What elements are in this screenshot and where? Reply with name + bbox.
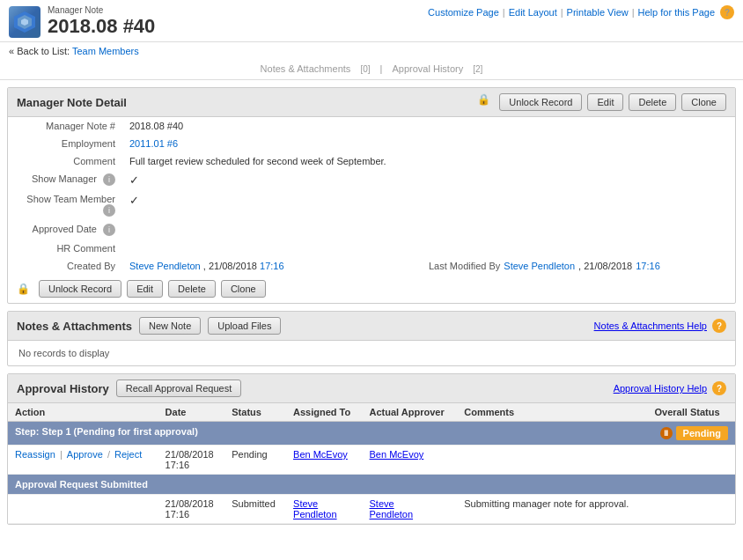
reject-link[interactable]: Reject [114,449,142,460]
field-show-manager: Show Manager i ✓ [8,170,735,190]
edit-layout-link[interactable]: Edit Layout [509,7,557,18]
detail-table: Manager Note # 2018.08 #40 Employment 20… [8,117,735,275]
last-modified-label: Last Modified By [429,261,500,271]
comment-label: Comment [8,152,122,170]
employment-link[interactable]: 2011.01 #6 [129,138,178,149]
help-icon[interactable]: ? [720,5,734,19]
recall-approval-button[interactable]: Recall Approval Request [116,379,241,397]
col-actual-approver: Actual Approver [363,403,458,422]
detail-section-title: Manager Note Detail [17,96,127,109]
approval-table-header: Action Date Status Assigned To Actual Ap… [8,403,735,422]
page-title: 2018.08 #40 [48,15,155,38]
col-date: Date [158,403,225,422]
unlock-record-button-bottom[interactable]: Unlock Record [39,280,121,298]
hr-comment-label: HR Comment [8,239,122,257]
tab-notes-attachments[interactable]: Notes & Attachments [0] [257,63,377,74]
field-manager-note: Manager Note # 2018.08 #40 [8,117,735,135]
top-header: Manager Note 2018.08 #40 Customize Page … [0,0,743,42]
breadcrumb: « Back to List: Team Members [0,42,743,60]
show-manager-check: ✓ [129,173,139,187]
submitted-actual-approver: StevePendleton [363,495,458,524]
created-by-label: Created By [8,257,122,275]
show-team-member-label: Show Team Member [26,194,115,204]
approval-help-link[interactable]: Approval History Help [614,383,707,394]
help-link[interactable]: Help for this Page [638,7,715,18]
submitted-action [8,495,158,524]
show-team-member-check: ✓ [129,194,139,207]
actual-approver-link[interactable]: Ben McEvoy [370,449,424,460]
step1-date: 21/08/201817:16 [158,446,225,475]
lock-icon-bottom: 🔒 [17,283,30,295]
detail-section-header: Manager Note Detail 🔒 Unlock Record Edit… [8,88,735,117]
detail-bottom-actions: 🔒 Unlock Record Edit Delete Clone [8,275,735,303]
col-action: Action [8,403,158,422]
delete-button-top[interactable]: Delete [629,93,676,111]
edit-button-bottom[interactable]: Edit [127,280,163,298]
submitted-status: Submitted [224,495,286,524]
page-subtitle: Manager Note [48,5,155,15]
step1-comments [457,446,647,475]
step1-actual-approver: Ben McEvoy [363,446,458,475]
col-comments: Comments [457,403,647,422]
submitted-date: 21/08/201817:16 [158,495,225,524]
approval-history-section: Approval History Recall Approval Request… [7,373,736,525]
upload-files-button[interactable]: Upload Files [208,317,281,335]
step1-status-badge: Pending [676,426,728,440]
employment-label: Employment [8,135,122,152]
created-by-link[interactable]: Steve Pendleton [129,261,201,271]
step1-overall-status [648,446,735,475]
approval-header: Approval History Recall Approval Request… [8,374,735,403]
field-approved-date: Approved Date i [8,220,735,239]
submitted-approver-link[interactable]: StevePendleton [370,498,414,519]
assigned-to-link[interactable]: Ben McEvoy [293,449,348,460]
last-modified-link[interactable]: Steve Pendleton [504,261,575,271]
approval-help-icon[interactable]: ? [712,381,726,395]
notes-help-link[interactable]: Notes & Attachments Help [594,321,707,331]
notes-header: Notes & Attachments New Note Upload File… [8,312,735,341]
field-employment: Employment 2011.01 #6 [8,135,735,152]
approve-link[interactable]: Approve [67,449,103,460]
col-assigned-to: Assigned To [286,403,362,422]
clone-button-bottom[interactable]: Clone [221,280,266,298]
field-comment: Comment Full target review scheduled for… [8,152,735,170]
step1-assigned-to: Ben McEvoy [286,446,362,475]
manager-note-detail-section: Manager Note Detail 🔒 Unlock Record Edit… [7,87,736,304]
created-by-date: , 21/08/2018 [203,261,257,271]
notes-help-icon[interactable]: ? [712,319,726,333]
pending-circle-icon: ⏸ [660,427,673,439]
edit-button-top[interactable]: Edit [587,93,623,111]
field-hr-comment: HR Comment [8,239,735,257]
notes-body: No records to display [8,341,735,365]
tabs-row: Notes & Attachments [0] | Approval Histo… [0,60,743,80]
submitted-label: Approval Request Submitted [8,475,735,495]
unlock-record-button-top[interactable]: Unlock Record [499,93,582,111]
col-status: Status [224,403,286,422]
submitted-overall-status [648,495,735,524]
step1-label: Step: Step 1 (Pending for first approval… [8,422,648,446]
breadcrumb-prefix: « Back to List: [9,46,70,56]
comment-value: Full target review scheduled for second … [122,152,735,170]
notes-attachments-section: Notes & Attachments New Note Upload File… [7,311,736,366]
field-created-by: Created By Steve Pendleton , 21/08/2018 … [8,257,735,275]
field-show-team-member: Show Team Member i ✓ [8,190,735,220]
logo-area: Manager Note 2018.08 #40 [9,5,155,38]
manager-note-value: 2018.08 #40 [122,117,735,135]
show-manager-label: Show Manager [32,173,97,184]
printable-view-link[interactable]: Printable View [567,7,629,18]
submitted-row: Approval Request Submitted [8,475,735,495]
new-note-button[interactable]: New Note [139,317,201,335]
created-by-time-link[interactable]: 17:16 [260,261,284,271]
submitted-data-row: 21/08/201817:16 Submitted StevePendleton… [8,495,735,524]
submitted-assigned-link[interactable]: StevePendleton [293,498,337,519]
last-modified-date: , 21/08/2018 [578,261,632,271]
customize-page-link[interactable]: Customize Page [428,7,499,18]
delete-button-bottom[interactable]: Delete [168,280,216,298]
last-modified-time-link[interactable]: 17:16 [636,261,660,271]
breadcrumb-link[interactable]: Team Members [72,46,139,56]
step1-status-cell: ⏸ Pending [648,422,735,446]
no-records-text: No records to display [18,348,109,358]
tab-approval-history[interactable]: Approval History [2] [389,63,487,74]
submitted-comments: Submitting manager note for approval. [457,495,647,524]
reassign-link[interactable]: Reassign [15,449,55,460]
clone-button-top[interactable]: Clone [681,93,726,111]
